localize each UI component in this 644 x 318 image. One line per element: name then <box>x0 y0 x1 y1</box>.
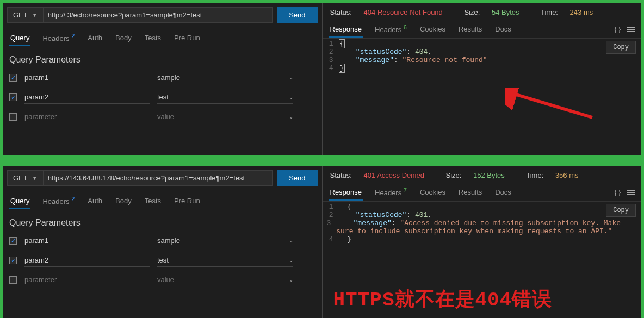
section-title: Query Parameters <box>3 47 322 68</box>
param-value-text: test <box>157 93 169 101</box>
time-value: 356 ms <box>555 171 579 179</box>
req-tab-auth[interactable]: Auth <box>86 194 103 209</box>
param-row: parameter value ⌄ <box>9 107 315 127</box>
req-tab-auth[interactable]: Auth <box>86 30 103 46</box>
req-tab-tests[interactable]: Tests <box>144 30 162 46</box>
section-title: Query Parameters <box>3 210 322 231</box>
code-line: 4} <box>327 64 637 72</box>
param-name-input[interactable]: param2 <box>24 91 150 104</box>
code-line: 4 } <box>327 235 637 244</box>
resp-tab-response[interactable]: Response <box>329 185 363 201</box>
menu-icon[interactable] <box>627 189 635 196</box>
headers-badge: 2 <box>71 33 75 39</box>
req-tab-query[interactable]: Query <box>9 194 30 209</box>
param-value-text: value <box>157 113 174 121</box>
headers-badge: 2 <box>71 196 75 202</box>
size-label: Size: <box>446 171 464 179</box>
response-body[interactable]: Copy1 {2 "statusCode": 401,3 "message": … <box>323 202 642 318</box>
chevron-down-icon: ⌄ <box>289 94 293 100</box>
param-name-input[interactable]: param1 <box>24 234 150 247</box>
param-name-input[interactable]: parameter <box>24 110 150 123</box>
line-number: 3 <box>327 219 337 235</box>
url-input[interactable]: http:// 3/echo/resource?param1=sample¶m2… <box>44 7 273 23</box>
req-tab-body[interactable]: Body <box>114 30 133 46</box>
param-name-input[interactable]: param1 <box>24 71 150 84</box>
resp-tab-results[interactable]: Results <box>457 22 483 38</box>
resp-headers-badge: 6 <box>404 24 407 30</box>
resp-tab-results[interactable]: Results <box>457 185 483 201</box>
copy-button[interactable]: Copy <box>606 41 636 54</box>
param-name-input[interactable]: parameter <box>24 273 150 286</box>
status-code: 404 Resource Not Found <box>364 8 443 16</box>
req-tab-tests[interactable]: Tests <box>144 194 162 209</box>
param-value-input[interactable]: sample ⌄ <box>157 234 293 247</box>
code-line: 3 "message": "Access denied due to missi… <box>327 219 637 235</box>
status-bar: Status: 404 Resource Not Found Size: 54 … <box>323 3 642 18</box>
chevron-down-icon: ⌄ <box>289 238 293 244</box>
response-body[interactable]: Copy1{2 "statusCode": 404,3 "message": "… <box>323 39 642 155</box>
req-tab-pre-run[interactable]: Pre Run <box>173 30 201 46</box>
param-value-input[interactable]: sample ⌄ <box>157 71 293 84</box>
resp-tab-response[interactable]: Response <box>329 22 363 38</box>
chevron-down-icon: ⌄ <box>289 114 293 120</box>
http-method-select[interactable]: GET ▼ <box>7 170 44 186</box>
param-checkbox[interactable] <box>9 237 17 245</box>
param-value-text: test <box>157 256 169 264</box>
annotation-text: HTTPS就不在是404错误 <box>333 286 631 313</box>
param-value-input[interactable]: test ⌄ <box>157 91 293 104</box>
req-tab-headers[interactable]: Headers 2 <box>41 192 76 210</box>
send-button[interactable]: Send <box>277 170 317 186</box>
param-row: param1 sample ⌄ <box>9 231 315 251</box>
code-line: 1 { <box>327 203 637 211</box>
resp-tab-docs[interactable]: Docs <box>494 185 512 201</box>
param-checkbox[interactable] <box>9 74 17 82</box>
code-line: 3 "message": "Resource not found" <box>327 56 637 64</box>
chevron-down-icon: ⌄ <box>289 277 293 283</box>
param-checkbox[interactable] <box>9 257 17 264</box>
status-code: 401 Access Denied <box>364 171 424 179</box>
param-value-input[interactable]: value ⌄ <box>157 273 293 286</box>
url-input[interactable]: https://143.64.88.178/echo/resource?para… <box>44 170 273 186</box>
code-line: 2 "statusCode": 401, <box>327 211 637 219</box>
param-row: param2 test ⌄ <box>9 251 315 270</box>
param-row: param1 sample ⌄ <box>9 68 315 88</box>
line-number: 1 <box>327 40 339 48</box>
response-pane: Status: 404 Resource Not Found Size: 54 … <box>323 3 642 155</box>
req-tab-query[interactable]: Query <box>9 30 30 46</box>
line-number: 1 <box>327 203 339 211</box>
chevron-down-icon: ▼ <box>32 12 38 18</box>
line-number: 4 <box>327 64 339 72</box>
braces-icon[interactable]: { } <box>615 26 621 33</box>
send-button[interactable]: Send <box>277 7 317 23</box>
method-label: GET <box>13 11 28 19</box>
resp-tab-cookies[interactable]: Cookies <box>419 185 447 201</box>
request-pane: GET ▼ http:// 3/echo/resource?param1=sam… <box>3 3 323 155</box>
braces-icon[interactable]: { } <box>615 189 621 196</box>
chevron-down-icon: ▼ <box>32 175 38 181</box>
req-tab-pre-run[interactable]: Pre Run <box>173 194 201 209</box>
time-value: 243 ms <box>570 8 593 16</box>
response-pane: Status: 401 Access Denied Size: 152 Byte… <box>323 166 642 318</box>
param-value-input[interactable]: test ⌄ <box>157 254 293 267</box>
copy-button[interactable]: Copy <box>606 204 636 217</box>
param-checkbox[interactable] <box>9 276 17 284</box>
param-value-text: sample <box>157 236 180 245</box>
param-checkbox[interactable] <box>9 93 17 101</box>
code-line: 1{ <box>327 40 637 48</box>
param-value-text: value <box>157 276 174 284</box>
req-tab-headers[interactable]: Headers 2 <box>41 29 76 47</box>
request-panel: GET ▼ http:// 3/echo/resource?param1=sam… <box>3 3 641 155</box>
menu-icon[interactable] <box>627 26 635 33</box>
line-number: 3 <box>327 56 339 64</box>
resp-tab-cookies[interactable]: Cookies <box>419 22 447 38</box>
size-label: Size: <box>464 8 482 16</box>
param-checkbox[interactable] <box>9 113 17 121</box>
param-value-input[interactable]: value ⌄ <box>157 110 293 123</box>
chevron-down-icon: ⌄ <box>289 257 293 263</box>
param-name-input[interactable]: param2 <box>24 254 150 267</box>
http-method-select[interactable]: GET ▼ <box>7 7 44 23</box>
req-tab-body[interactable]: Body <box>114 194 133 209</box>
resp-tab-docs[interactable]: Docs <box>494 22 512 38</box>
resp-tab-headers[interactable]: Headers 7 <box>374 184 408 201</box>
resp-tab-headers[interactable]: Headers 6 <box>374 21 408 38</box>
